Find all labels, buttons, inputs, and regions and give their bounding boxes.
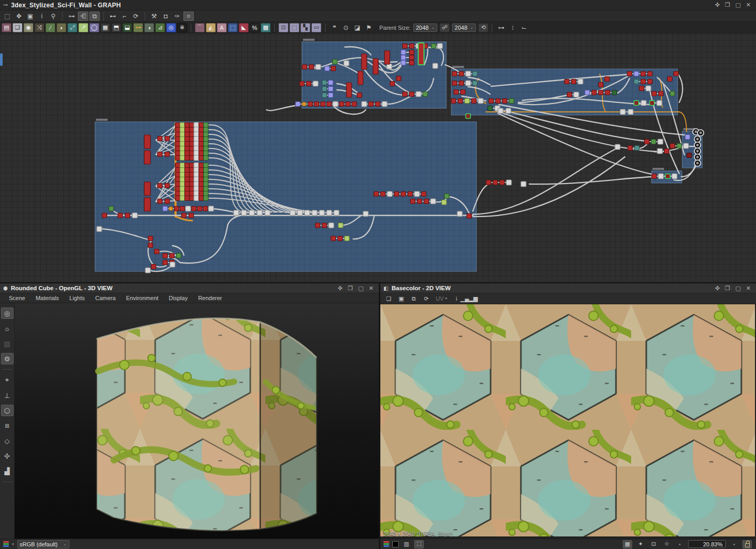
- graph-node-selected[interactable]: [418, 43, 424, 65]
- graph-node[interactable]: [189, 213, 194, 218]
- render-stats-button[interactable]: ▟: [1, 465, 14, 477]
- menu-materials[interactable]: Materials: [31, 294, 64, 302]
- graph-node[interactable]: [612, 90, 617, 95]
- graph-node[interactable]: [185, 177, 190, 182]
- graph-node[interactable]: [401, 61, 406, 65]
- geometry-cube-button[interactable]: ⧈: [1, 420, 14, 431]
- graph-node[interactable]: [194, 196, 199, 201]
- light-settings-button[interactable]: ☼: [1, 323, 14, 334]
- graph-node[interactable]: [180, 123, 185, 128]
- graph-node[interactable]: [185, 182, 190, 187]
- save-view-button[interactable]: ▣: [396, 294, 406, 303]
- graph-node[interactable]: [401, 192, 406, 197]
- graph-node[interactable]: [204, 156, 208, 161]
- graph-node[interactable]: [410, 50, 414, 55]
- modulo-01-node-button[interactable]: %: [250, 23, 260, 32]
- graph-node[interactable]: [620, 109, 625, 115]
- graph-node[interactable]: [185, 191, 190, 196]
- graph-node[interactable]: [176, 151, 180, 156]
- graph-node[interactable]: [190, 168, 194, 173]
- graph-node[interactable]: [489, 99, 494, 104]
- graph-node[interactable]: [204, 163, 208, 168]
- frame-node-button[interactable]: ▭: [311, 23, 321, 32]
- graph-node[interactable]: [466, 81, 471, 86]
- graph-node[interactable]: [163, 207, 168, 211]
- graph-node[interactable]: [634, 101, 639, 106]
- blend-modes-node-button[interactable]: ⊶: [133, 23, 143, 32]
- graph-node[interactable]: [176, 146, 180, 151]
- basecolor-texture[interactable]: [380, 304, 755, 536]
- view3d-close-button[interactable]: ✕: [369, 285, 374, 292]
- graph-node[interactable]: [303, 102, 306, 106]
- graph-node[interactable]: [466, 114, 471, 119]
- graph-node[interactable]: [327, 210, 332, 215]
- graph-node[interactable]: [369, 102, 374, 107]
- graph-node[interactable]: [333, 60, 338, 64]
- graph-node[interactable]: [327, 102, 332, 107]
- graph-node[interactable]: [509, 99, 514, 104]
- copy-view-button[interactable]: ⧉: [409, 294, 419, 303]
- graph-node[interactable]: [334, 210, 339, 215]
- graph-node[interactable]: [199, 151, 204, 156]
- graph-node[interactable]: [521, 181, 526, 187]
- output-node[interactable]: [697, 130, 704, 136]
- graph-node[interactable]: [344, 61, 349, 66]
- graph-node[interactable]: [677, 144, 682, 148]
- bitmap-node-button[interactable]: ▤: [2, 23, 11, 32]
- graph-node[interactable]: [488, 106, 493, 111]
- graph-node[interactable]: [163, 254, 168, 258]
- graph-node[interactable]: [148, 236, 153, 241]
- select-tool-button[interactable]: ⬚: [2, 12, 13, 21]
- display-settings-button[interactable]: ⚙: [1, 353, 14, 364]
- view3d-viewport[interactable]: [15, 303, 379, 539]
- graph-node[interactable]: [478, 98, 483, 104]
- graph-node[interactable]: [176, 177, 180, 182]
- bg-black[interactable]: [392, 541, 399, 547]
- tile-generator-node-button[interactable]: ▦: [100, 23, 110, 32]
- graph-node[interactable]: [145, 268, 150, 273]
- environment-map-button[interactable]: ▧: [1, 338, 14, 349]
- graph-node[interactable]: [199, 156, 204, 161]
- graph-node[interactable]: [208, 206, 214, 211]
- graph-node[interactable]: [652, 92, 657, 96]
- graph-node[interactable]: [204, 132, 208, 137]
- output-node[interactable]: [694, 142, 701, 148]
- graph-node[interactable]: [503, 99, 507, 104]
- directional-blur-node-button[interactable]: ◗: [56, 23, 66, 32]
- graph-node[interactable]: [199, 123, 204, 128]
- graph-node[interactable]: [165, 136, 170, 141]
- graph-node[interactable]: [424, 199, 429, 204]
- rounded-cube[interactable]: [97, 318, 317, 531]
- graph-node[interactable]: [645, 140, 649, 144]
- graph-node[interactable]: [165, 199, 170, 204]
- graph-node[interactable]: [322, 93, 327, 98]
- graph-node[interactable]: [204, 196, 208, 201]
- graph-node[interactable]: [296, 102, 300, 107]
- magnet-align-button[interactable]: ⌙: [519, 23, 529, 32]
- quantize-node-button[interactable]: ▚: [300, 23, 310, 32]
- display-mode[interactable]: ⛶: [414, 540, 424, 548]
- graph-node[interactable]: [331, 66, 336, 71]
- graph-node[interactable]: [176, 156, 180, 161]
- graph-node[interactable]: [401, 55, 406, 60]
- graph-node[interactable]: [204, 142, 208, 146]
- graph-node[interactable]: [461, 90, 466, 95]
- graph-node[interactable]: [199, 132, 204, 137]
- graph-node[interactable]: [339, 223, 343, 228]
- graph-node[interactable]: [687, 153, 692, 158]
- transformation-2d-node-button[interactable]: ⤢: [67, 23, 77, 32]
- graph-node[interactable]: [190, 151, 194, 156]
- graph-node[interactable]: [194, 155, 199, 161]
- graph-node[interactable]: [176, 196, 180, 201]
- graph-close-button[interactable]: ✕: [746, 2, 751, 8]
- graph-node[interactable]: [498, 108, 503, 113]
- graph-node[interactable]: [190, 156, 194, 161]
- graph-node[interactable]: [190, 177, 194, 182]
- channels-select[interactable]: [383, 541, 389, 547]
- directional-warp-node-button[interactable]: ↗: [78, 23, 88, 32]
- graph-node[interactable]: [190, 173, 194, 177]
- graph-node[interactable]: [180, 187, 185, 191]
- graph-node[interactable]: [176, 187, 180, 191]
- graph-node[interactable]: [329, 93, 333, 98]
- graph-node[interactable]: [249, 210, 254, 215]
